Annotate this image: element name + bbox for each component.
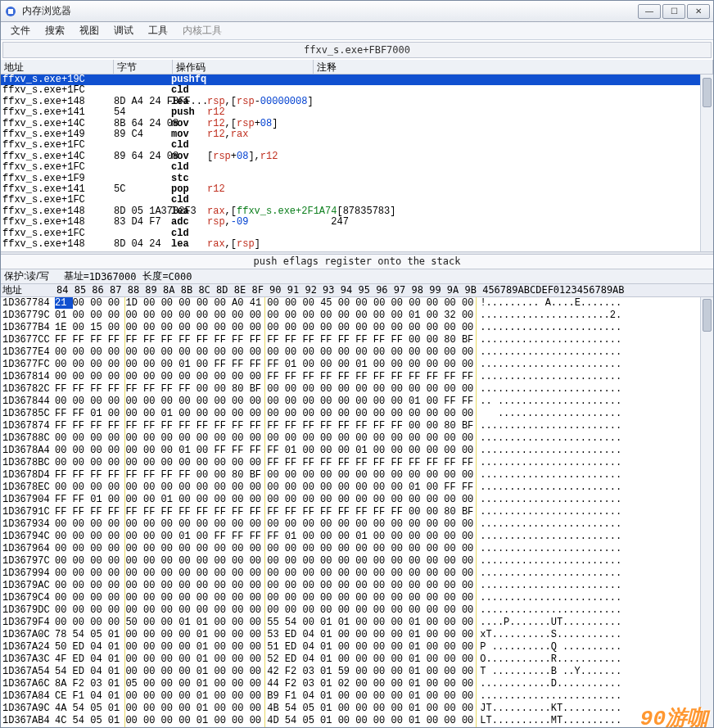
- disasm-row[interactable]: ffxv_s.exe+14989 C4movr12,rax: [1, 129, 713, 140]
- disasm-header: 地址 字节 操作码 注释: [1, 60, 713, 75]
- protection-label: 保护:读/写: [4, 269, 49, 283]
- base-label: 基址=: [64, 269, 89, 283]
- hex-row[interactable]: 1D3677FC00 00 00 00 00 00 00 01 00 FF FF…: [1, 359, 713, 371]
- col-bytes[interactable]: 字节: [114, 60, 173, 74]
- hex-row[interactable]: 1D36784400 00 00 00 00 00 00 00 00 00 00…: [1, 396, 713, 408]
- disasm-row[interactable]: ffxv_s.exe+1415Cpopr12: [1, 184, 713, 195]
- hex-row[interactable]: 1D36797C00 00 00 00 00 00 00 00 00 00 00…: [1, 555, 713, 567]
- disasm-row[interactable]: ffxv_s.exe+1FCcld: [1, 162, 713, 173]
- disasm-row[interactable]: ffxv_s.exe+14154pushr12: [1, 107, 713, 118]
- hex-header: 地址 84 85 86 87 88 89 8A 8B 8C 8D 8E 8F 9…: [1, 284, 713, 297]
- menu-file[interactable]: 文件: [4, 22, 37, 39]
- hex-row[interactable]: 1D36782CFF FF FF FF FF FF FF FF 00 00 80…: [1, 383, 713, 396]
- col-comment[interactable]: 注释: [314, 60, 713, 74]
- disasm-row[interactable]: ffxv_s.exe+1FCcld: [1, 140, 713, 151]
- hex-row[interactable]: 1D36778421 00 00 00 1D 00 00 00 00 00 A0…: [1, 297, 713, 310]
- hex-row[interactable]: 1D367A6C8A F2 03 01 05 00 00 00 01 00 00…: [1, 678, 713, 690]
- col-address[interactable]: 地址: [1, 60, 114, 74]
- col-opcode[interactable]: 操作码: [173, 60, 314, 74]
- length-value: C000: [169, 271, 192, 283]
- hex-row[interactable]: 1D3678D4FF FF FF FF FF FF FF FF 00 00 80…: [1, 469, 713, 482]
- hex-row[interactable]: 1D367AB44C 54 05 01 00 00 00 00 01 00 00…: [1, 715, 713, 727]
- hex-view[interactable]: 90游咖 1D36778421 00 00 00 1D 00 00 00 00 …: [1, 297, 713, 727]
- hex-row[interactable]: 1D36785CFF FF 01 00 00 00 01 00 00 00 00…: [1, 408, 713, 420]
- titlebar[interactable]: 内存浏览器 — ☐ ✕: [1, 1, 713, 22]
- hex-header-addr[interactable]: 地址: [1, 284, 55, 296]
- disasm-row[interactable]: ffxv_s.exe+1FCcld: [1, 195, 713, 206]
- disasm-row[interactable]: ffxv_s.exe+19Cpushfq: [1, 75, 713, 85]
- hex-row[interactable]: 1D36779C01 00 00 00 00 00 00 00 00 00 00…: [1, 310, 713, 322]
- window-title: 内存浏览器: [22, 4, 638, 18]
- app-icon: [4, 5, 17, 18]
- base-value: 1D367000: [89, 271, 137, 283]
- hex-row[interactable]: 1D3678A400 00 00 00 00 00 00 01 00 FF FF…: [1, 445, 713, 457]
- hex-row[interactable]: 1D3677CCFF FF FF FF FF FF FF FF FF FF FF…: [1, 334, 713, 346]
- module-bar[interactable]: ffxv_s.exe+FBF7000: [2, 42, 712, 58]
- disassembly-view[interactable]: ffxv_s.exe+19Cpushfqffxv_s.exe+1FCcldffx…: [1, 75, 713, 251]
- menu-kernel[interactable]: 内核工具: [176, 22, 228, 39]
- hex-row[interactable]: 1D3678EC00 00 00 00 00 00 00 00 00 00 00…: [1, 482, 713, 494]
- maximize-button[interactable]: ☐: [662, 4, 685, 19]
- hex-row[interactable]: 1D367A9C4A 54 05 01 00 00 00 00 01 00 00…: [1, 703, 713, 715]
- menu-debug[interactable]: 调试: [107, 22, 140, 39]
- instruction-hint: push eflags register onto the stack: [1, 255, 713, 269]
- hex-row[interactable]: 1D3679F400 00 00 00 50 00 00 01 01 00 00…: [1, 617, 713, 629]
- hex-header-cols: 84 85 86 87 88 89 8A 8B 8C 8D 8E 8F 90 9…: [55, 284, 625, 296]
- menu-search[interactable]: 搜索: [38, 22, 71, 39]
- hex-row[interactable]: 1D367A5454 ED 04 01 00 00 00 00 01 00 00…: [1, 666, 713, 678]
- minimize-button[interactable]: —: [638, 4, 661, 19]
- hex-scrollbar[interactable]: [700, 297, 713, 727]
- disasm-row[interactable]: ffxv_s.exe+14C89 64 24 08mov[rsp+08],r12: [1, 151, 713, 162]
- svg-rect-1: [8, 9, 13, 14]
- menubar: 文件 搜索 视图 调试 工具 内核工具: [1, 22, 713, 40]
- hex-row[interactable]: 1D36794C00 00 00 00 00 00 00 01 00 FF FF…: [1, 531, 713, 543]
- disasm-row[interactable]: ffxv_s.exe+1488D 05 1A3732F3learax,[ffxv…: [1, 206, 713, 217]
- hex-row[interactable]: 1D36791CFF FF FF FF FF FF FF FF FF FF FF…: [1, 506, 713, 518]
- disasm-row[interactable]: ffxv_s.exe+1FCcld: [1, 228, 713, 239]
- memory-viewer-window: 内存浏览器 — ☐ ✕ 文件 搜索 视图 调试 工具 内核工具 ffxv_s.e…: [0, 0, 714, 728]
- length-label: 长度=: [142, 269, 168, 283]
- hex-row[interactable]: 1D3679DC00 00 00 00 00 00 00 00 00 00 00…: [1, 604, 713, 617]
- hex-row[interactable]: 1D3677E400 00 00 00 00 00 00 00 00 00 00…: [1, 346, 713, 359]
- hex-row[interactable]: 1D36799400 00 00 00 00 00 00 00 00 00 00…: [1, 567, 713, 580]
- disasm-row[interactable]: ffxv_s.exe+1488D 04 24learax,[rsp]: [1, 239, 713, 250]
- hex-row[interactable]: 1D3679AC00 00 00 00 00 00 00 00 00 00 00…: [1, 580, 713, 592]
- disasm-row[interactable]: ffxv_s.exe+1FCcld: [1, 85, 713, 96]
- hex-row[interactable]: 1D367A84CE F1 04 01 00 00 00 00 01 00 00…: [1, 690, 713, 703]
- disasm-scrollbar[interactable]: [700, 75, 713, 251]
- hex-row[interactable]: 1D367874FF FF FF FF FF FF FF FF FF FF FF…: [1, 420, 713, 432]
- hex-row[interactable]: 1D36796400 00 00 00 00 00 00 00 00 00 00…: [1, 543, 713, 555]
- hex-row[interactable]: 1D3679C400 00 00 00 00 00 00 00 00 00 00…: [1, 592, 713, 604]
- disasm-row[interactable]: ffxv_s.exe+1488D A4 24 F8FF...learsp,[rs…: [1, 97, 713, 107]
- hex-row[interactable]: 1D367A2450 ED 04 01 00 00 00 00 01 00 00…: [1, 641, 713, 653]
- menu-tools[interactable]: 工具: [142, 22, 174, 39]
- hex-row[interactable]: 1D36793400 00 00 00 00 00 00 00 00 00 00…: [1, 518, 713, 531]
- close-button[interactable]: ✕: [687, 4, 710, 19]
- disasm-row[interactable]: ffxv_s.exe+14C8B 64 24 08movr12,[rsp+08]: [1, 119, 713, 129]
- disasm-row[interactable]: ffxv_s.exe+1F9stc: [1, 174, 713, 184]
- hex-row[interactable]: 1D367904FF FF 01 00 00 00 01 00 00 00 00…: [1, 494, 713, 506]
- menu-view[interactable]: 视图: [73, 22, 106, 39]
- hex-row[interactable]: 1D36788C00 00 00 00 00 00 00 00 00 00 00…: [1, 432, 713, 445]
- hex-row[interactable]: 1D367A0C78 54 05 01 00 00 00 00 01 00 00…: [1, 629, 713, 641]
- hex-row[interactable]: 1D367A3C4F ED 04 01 00 00 00 00 01 00 00…: [1, 653, 713, 666]
- hex-info-bar: 保护:读/写 基址= 1D367000 长度= C000: [1, 269, 713, 284]
- hex-row[interactable]: 1D36781400 00 00 00 00 00 00 00 00 00 00…: [1, 371, 713, 383]
- disasm-row[interactable]: ffxv_s.exe+14883 D4 F7adcrsp,-09 247: [1, 217, 713, 228]
- hex-row[interactable]: 1D3678BC00 00 00 00 00 00 00 00 00 00 00…: [1, 457, 713, 469]
- hex-row[interactable]: 1D3677B41E 00 15 00 00 00 00 00 00 00 00…: [1, 322, 713, 334]
